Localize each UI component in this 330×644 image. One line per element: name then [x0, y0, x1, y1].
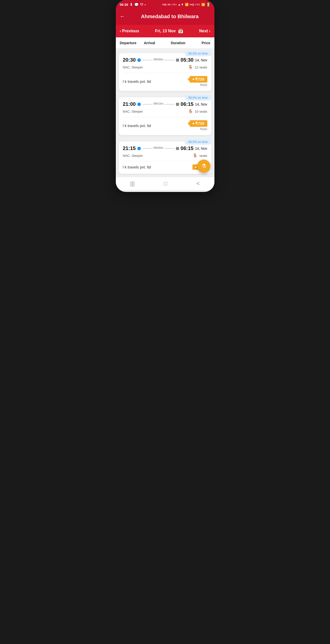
status-bar: 09:30 ⬇ 💬 🛡 • Vo)) 4G LTE1 ▲▼ 📶 Vo)) LTE…	[116, 0, 214, 9]
date-nav-bar: ‹ Previous Fri, 13 Nov 📅 Next ›	[116, 25, 214, 37]
info-row-1: NAC, Sleeper 🪑 12 seats	[123, 65, 207, 70]
depart-time-1: 20:30	[123, 57, 136, 63]
col-departure: Departure	[120, 41, 144, 45]
card-divider-1	[123, 73, 207, 73]
operator-row-2: l k travels pvt. ltd ₹720 ₹800	[123, 120, 207, 131]
arrive-dot-3	[176, 147, 179, 150]
info-row-2: NAC, Sleeper 🪑 10 seats	[123, 109, 207, 114]
depart-dot-2	[137, 103, 141, 106]
route-row-3: 21:15 09h00m 06:15 14, Nov	[123, 145, 207, 151]
price-block-1: ₹720 ₹800	[190, 76, 207, 87]
old-price-2: ₹800	[200, 127, 207, 131]
current-date[interactable]: Fri, 13 Nov 📅	[155, 28, 183, 34]
seat-icon-3: 🪑	[193, 153, 198, 158]
info-row-3: NAC, Sleeper 🪑 seats	[123, 153, 207, 158]
back-button-nav[interactable]: <	[196, 180, 200, 187]
battery-icon: 🔋	[206, 3, 210, 7]
bus-type-3: NAC, Sleeper	[123, 154, 143, 158]
column-headers: Departure Arrival Duration Price	[116, 37, 214, 49]
calendar-icon: 📅	[178, 28, 183, 34]
operator-name-1: l k travels pvt. ltd	[123, 79, 151, 84]
page-title: Ahmedabad to Bhilwara	[129, 14, 210, 19]
price-tag-2: ₹720	[190, 120, 207, 127]
arrive-date-2: 14, Nov	[195, 102, 207, 106]
arrive-date-1: 14, Nov	[195, 58, 207, 62]
route-line-2: 09h15m	[142, 104, 174, 105]
price-tag-1: ₹720	[190, 76, 207, 83]
bus-type-2: NAC, Sleeper	[123, 110, 143, 113]
col-duration: Duration	[166, 41, 190, 45]
recent-apps-button[interactable]: |||	[130, 180, 135, 187]
on-time-badge-1: 88.0% on time	[185, 51, 211, 56]
seat-icon-2: 🪑	[188, 109, 193, 114]
price-block-2: ₹720 ₹800	[190, 120, 207, 131]
depart-time-3: 21:15	[123, 145, 136, 151]
route-line-3: 09h00m	[142, 148, 174, 149]
duration-label-1: 09h00m	[152, 58, 164, 61]
old-price-1: ₹800	[200, 83, 207, 87]
depart-dot-3	[137, 147, 141, 150]
seats-info-1: 🪑 12 seats	[188, 65, 207, 70]
price-dot-1	[193, 79, 194, 80]
on-time-badge-3: 88.0% on time	[185, 139, 211, 145]
on-time-badge-2: 88.0% on time	[185, 95, 211, 101]
price-dot-3	[195, 166, 196, 168]
bus-card-1[interactable]: 88.0% on time 20:30 09h00m 05:30 14, Nov…	[119, 51, 211, 91]
depart-dot-1	[137, 58, 141, 62]
signal1-icon: 📶	[185, 3, 189, 6]
filter-icon: ⚗	[201, 163, 206, 169]
download-icon: ⬇	[130, 3, 133, 7]
operator-row-3: l k travels pvt. ltd ₹720	[123, 164, 207, 170]
phone-container: 09:30 ⬇ 💬 🛡 • Vo)) 4G LTE1 ▲▼ 📶 Vo)) LTE…	[116, 0, 214, 192]
seats-info-2: 🪑 10 seats	[188, 109, 207, 114]
arrive-dot-2	[176, 103, 179, 106]
arrive-time-3: 06:15	[181, 145, 193, 151]
duration-label-2: 09h15m	[152, 102, 164, 105]
operator-name-2: l k travels pvt. ltd	[123, 123, 151, 128]
shield-icon: 🛡	[140, 3, 143, 6]
filter-button[interactable]: ⚗	[197, 160, 210, 173]
prev-date-button[interactable]: ‹ Previous	[120, 29, 139, 33]
route-row-1: 20:30 09h00m 05:30 14, Nov	[123, 57, 207, 63]
bus-type-1: NAC, Sleeper	[123, 65, 143, 69]
bottom-nav: ||| □ <	[116, 177, 214, 190]
route-line-1: 09h00m	[142, 60, 174, 60]
chevron-left-icon: ‹	[120, 29, 121, 33]
bus-card-inner-3[interactable]: 21:15 09h00m 06:15 14, Nov NAC, Sleeper …	[119, 141, 211, 174]
col-price: Price	[190, 41, 210, 45]
bus-card-2[interactable]: 88.0% on time 21:00 09h15m 06:15 14, Nov…	[119, 95, 211, 135]
arrive-time-2: 06:15	[181, 101, 193, 107]
depart-time-2: 21:00	[123, 101, 136, 107]
status-right-icons: Vo)) 4G LTE1 ▲▼ 📶 Vo)) LTE2 📶 🔋	[162, 3, 210, 7]
status-time: 09:30 ⬇ 💬 🛡 •	[120, 3, 146, 7]
bus-card-inner-1[interactable]: 20:30 09h00m 05:30 14, Nov NAC, Sleeper …	[119, 53, 211, 91]
message-icon: 💬	[134, 3, 139, 7]
arrive-date-3: 14, Nov	[195, 146, 207, 151]
next-date-button[interactable]: Next ›	[199, 29, 210, 33]
bus-card-3[interactable]: 88.0% on time 21:15 09h00m 06:15 14, Nov…	[119, 139, 211, 174]
back-button[interactable]: ←	[120, 13, 125, 20]
chevron-right-icon: ›	[209, 29, 210, 33]
bus-card-inner-2[interactable]: 21:00 09h15m 06:15 14, Nov NAC, Sleeper …	[119, 97, 211, 135]
card-divider-3	[123, 161, 207, 161]
col-arrival: Arrival	[144, 41, 166, 45]
operator-row-1: l k travels pvt. ltd ₹720 ₹800	[123, 76, 207, 87]
header: ← Ahmedabad to Bhilwara	[116, 10, 214, 25]
duration-label-3: 09h00m	[152, 146, 164, 149]
route-row-2: 21:00 09h15m 06:15 14, Nov	[123, 101, 207, 107]
home-button[interactable]: □	[164, 180, 167, 187]
bus-list: 88.0% on time 20:30 09h00m 05:30 14, Nov…	[116, 49, 214, 177]
signal2-icon: 📶	[201, 3, 205, 6]
arrive-time-1: 05:30	[181, 57, 193, 63]
operator-name-3: l k travels pvt. ltd	[123, 165, 151, 169]
card-divider-2	[123, 117, 207, 117]
price-dot-2	[193, 123, 194, 124]
arrive-dot-1	[176, 59, 179, 62]
seat-icon-1: 🪑	[188, 65, 193, 70]
seats-info-3: 🪑 seats	[193, 153, 207, 158]
